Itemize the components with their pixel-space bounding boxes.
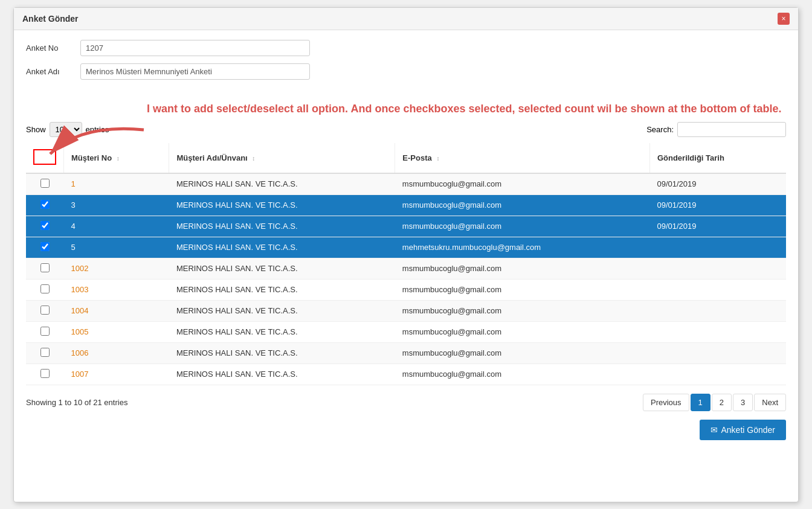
- table-header-row: Müşteri No ↕ Müşteri Adı/Ünvanı ↕ E-Post…: [26, 143, 786, 173]
- row-checkbox[interactable]: [40, 348, 50, 357]
- row-checkbox[interactable]: [40, 263, 50, 272]
- gonderildi-cell: 09/01/2019: [649, 216, 786, 237]
- th-eposta-label: E-Posta: [402, 153, 431, 162]
- checkbox-cell: [26, 216, 64, 237]
- gonderildi-cell: 09/01/2019: [649, 173, 786, 195]
- anket-no-label: Anket No: [26, 43, 74, 53]
- gonderildi-cell: 09/01/2019: [649, 194, 786, 216]
- search-input[interactable]: [677, 122, 786, 137]
- musteri-no-cell: 1005: [64, 321, 169, 342]
- checkbox-cell: [26, 237, 64, 258]
- eposta-cell: msmumbucoglu@gmail.com: [395, 342, 650, 363]
- modal-body: Anket No Anket Adı I want to add select/…: [14, 30, 798, 450]
- musteri-adi-cell: MERINOS HALI SAN. VE TIC.A.S.: [169, 363, 395, 385]
- entries-label: entries: [86, 125, 109, 134]
- musteri-no-cell: 1006: [64, 342, 169, 363]
- table-row[interactable]: 3MERINOS HALI SAN. VE TIC.A.S.msmumbucog…: [26, 194, 786, 216]
- musteri-adi-cell: MERINOS HALI SAN. VE TIC.A.S.: [169, 173, 395, 195]
- table-row[interactable]: 1005MERINOS HALI SAN. VE TIC.A.S.msmumbu…: [26, 321, 786, 342]
- select-all-area[interactable]: [33, 149, 56, 165]
- checkbox-cell: [26, 258, 64, 279]
- eposta-cell: msmumbucoglu@gmail.com: [395, 300, 650, 321]
- page-3-button[interactable]: 3: [733, 394, 753, 411]
- anket-no-input[interactable]: [80, 40, 310, 56]
- send-icon: ✉: [710, 425, 718, 435]
- row-checkbox[interactable]: [40, 242, 50, 251]
- checkbox-cell: [26, 173, 64, 195]
- sort-icon-musteri-no: ↕: [117, 155, 120, 162]
- eposta-cell: msmumbucoglu@gmail.com: [395, 216, 650, 237]
- musteri-adi-cell: MERINOS HALI SAN. VE TIC.A.S.: [169, 321, 395, 342]
- entries-select[interactable]: 10 25 50 100: [50, 122, 82, 137]
- gonderildi-cell: [649, 279, 786, 300]
- musteri-no-cell: 1003: [64, 279, 169, 300]
- row-checkbox[interactable]: [40, 200, 50, 209]
- table-row[interactable]: 5MERINOS HALI SAN. VE TIC.A.S.mehmetsukr…: [26, 237, 786, 258]
- eposta-cell: mehmetsukru.mumbucoglu@gmail.com: [395, 237, 650, 258]
- previous-button[interactable]: Previous: [643, 394, 689, 411]
- th-gonderildi-label: Gönderildiği Tarih: [657, 153, 724, 162]
- sort-icon-eposta: ↕: [436, 155, 439, 162]
- annotation-text: I want to add select/deselect all option…: [147, 103, 782, 115]
- eposta-cell: msmumbucoglu@gmail.com: [395, 363, 650, 385]
- send-button-label: Anketi Gönder: [721, 425, 776, 435]
- th-musteri-adi-label: Müşteri Adı/Ünvanı: [176, 153, 247, 162]
- musteri-no-cell: 4: [64, 216, 169, 237]
- checkbox-cell: [26, 279, 64, 300]
- anket-adi-label: Anket Adı: [26, 67, 74, 76]
- musteri-adi-cell: MERINOS HALI SAN. VE TIC.A.S.: [169, 194, 395, 216]
- musteri-adi-cell: MERINOS HALI SAN. VE TIC.A.S.: [169, 300, 395, 321]
- th-musteri-adi: Müşteri Adı/Ünvanı ↕: [169, 143, 395, 173]
- musteri-adi-cell: MERINOS HALI SAN. VE TIC.A.S.: [169, 258, 395, 279]
- musteri-adi-cell: MERINOS HALI SAN. VE TIC.A.S.: [169, 237, 395, 258]
- send-button[interactable]: ✉ Anketi Gönder: [700, 420, 787, 440]
- musteri-no-cell: 1002: [64, 258, 169, 279]
- th-musteri-no-label: Müşteri No: [71, 153, 112, 162]
- showing-text: Showing 1 to 10 of 21 entries: [26, 398, 127, 407]
- table-row[interactable]: 1004MERINOS HALI SAN. VE TIC.A.S.msmumbu…: [26, 300, 786, 321]
- gonderildi-cell: [649, 321, 786, 342]
- row-checkbox[interactable]: [40, 306, 50, 315]
- table-row[interactable]: 1003MERINOS HALI SAN. VE TIC.A.S.msmumbu…: [26, 279, 786, 300]
- gonderildi-cell: [649, 300, 786, 321]
- eposta-cell: msmumbucoglu@gmail.com: [395, 194, 650, 216]
- row-checkbox[interactable]: [40, 284, 50, 293]
- eposta-cell: msmumbucoglu@gmail.com: [395, 258, 650, 279]
- table-row[interactable]: 1MERINOS HALI SAN. VE TIC.A.S.msmumbucog…: [26, 173, 786, 195]
- musteri-adi-cell: MERINOS HALI SAN. VE TIC.A.S.: [169, 279, 395, 300]
- th-gonderildi: Gönderildiği Tarih: [649, 143, 786, 173]
- table-row[interactable]: 1006MERINOS HALI SAN. VE TIC.A.S.msmumbu…: [26, 342, 786, 363]
- modal-window: Anket Gönder × Anket No Anket Adı I want…: [13, 7, 799, 502]
- table-body: 1MERINOS HALI SAN. VE TIC.A.S.msmumbucog…: [26, 173, 786, 385]
- checkbox-cell: [26, 321, 64, 342]
- page-2-button[interactable]: 2: [712, 394, 732, 411]
- gonderildi-cell: [649, 237, 786, 258]
- musteri-no-cell: 5: [64, 237, 169, 258]
- anket-adi-input[interactable]: [80, 63, 310, 80]
- modal-header: Anket Gönder ×: [14, 8, 798, 30]
- close-button[interactable]: ×: [778, 13, 790, 25]
- eposta-cell: msmumbucoglu@gmail.com: [395, 279, 650, 300]
- row-checkbox[interactable]: [40, 327, 50, 336]
- search-box: Search:: [646, 122, 786, 137]
- table-row[interactable]: 1002MERINOS HALI SAN. VE TIC.A.S.msmumbu…: [26, 258, 786, 279]
- th-eposta: E-Posta ↕: [395, 143, 650, 173]
- annotation-overlay: I want to add select/deselect all option…: [147, 101, 782, 116]
- musteri-no-cell: 3: [64, 194, 169, 216]
- row-checkbox[interactable]: [40, 221, 50, 230]
- row-checkbox[interactable]: [40, 369, 50, 378]
- musteri-no-cell: 1: [64, 173, 169, 195]
- send-btn-row: ✉ Anketi Gönder: [26, 420, 786, 440]
- musteri-adi-cell: MERINOS HALI SAN. VE TIC.A.S.: [169, 342, 395, 363]
- checkbox-cell: [26, 300, 64, 321]
- table-row[interactable]: 4MERINOS HALI SAN. VE TIC.A.S.msmumbucog…: [26, 216, 786, 237]
- eposta-cell: msmumbucoglu@gmail.com: [395, 173, 650, 195]
- row-checkbox[interactable]: [40, 179, 50, 188]
- next-button[interactable]: Next: [754, 394, 786, 411]
- page-1-button[interactable]: 1: [691, 394, 710, 411]
- gonderildi-cell: [649, 258, 786, 279]
- anket-adi-row: Anket Adı: [26, 63, 786, 80]
- sort-icon-musteri-adi: ↕: [252, 155, 255, 162]
- th-checkbox: [26, 143, 64, 173]
- table-row[interactable]: 1007MERINOS HALI SAN. VE TIC.A.S.msmumbu…: [26, 363, 786, 385]
